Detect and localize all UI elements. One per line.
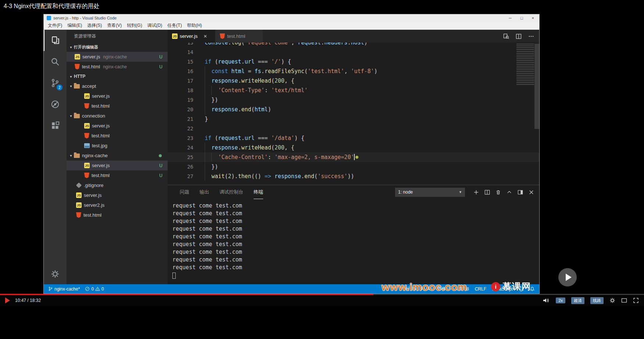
tree-file[interactable]: JSserver.js xyxy=(67,121,168,131)
indent-guide xyxy=(205,95,205,105)
git-branch-status[interactable]: nginx-cache* xyxy=(48,286,80,292)
workspace-label: HTTP xyxy=(74,74,85,79)
tree-file[interactable]: test.html xyxy=(67,101,168,111)
workspace-header[interactable]: ▾ HTTP xyxy=(67,72,168,81)
panel-tab[interactable]: 终端 xyxy=(254,185,263,199)
menu-item[interactable]: 编辑(E) xyxy=(65,22,85,29)
code-line: 25 'Cache-Control': 'max-age=2, s-maxage… xyxy=(168,152,539,162)
open-editors-header[interactable]: ▾ 打开的编辑器 xyxy=(67,43,168,52)
speed-button[interactable]: 2x xyxy=(556,297,565,303)
terminal-output[interactable]: request come test.comrequest come test.c… xyxy=(168,199,539,279)
file-name: test.html xyxy=(92,103,110,109)
tree-file[interactable]: .gitignore xyxy=(67,180,168,190)
panel-layout-icon[interactable] xyxy=(518,190,523,195)
tree-folder[interactable]: ▾nginx-cache xyxy=(67,151,168,161)
tree-folder[interactable]: ▾connection xyxy=(67,111,168,121)
file-name: test.html xyxy=(92,133,110,138)
open-editors-label: 打开的编辑器 xyxy=(74,44,98,50)
vscode-titlebar[interactable]: server.js - http - Visual Studio Code ─ … xyxy=(44,14,539,22)
menu-item[interactable]: 查看(V) xyxy=(104,22,124,29)
volume-icon[interactable] xyxy=(543,297,550,303)
bottom-panel: 问题输出调试控制台终端 1: node ▼ request xyxy=(168,185,539,284)
tree-folder[interactable]: ▾accept xyxy=(67,81,168,91)
menu-item[interactable]: 选择(S) xyxy=(85,22,104,29)
source-control-icon[interactable]: 2 xyxy=(44,72,67,94)
kill-terminal-icon[interactable] xyxy=(495,190,501,195)
menu-item[interactable]: 任务(T) xyxy=(165,22,184,29)
activity-bar: 2 xyxy=(44,30,67,284)
editor-group: JSserver.js✕test.html 13 console.log('re… xyxy=(168,30,539,284)
tree-file[interactable]: JSserver.js xyxy=(67,190,168,200)
code-text: const html = fs.readFileSync('test.html'… xyxy=(198,68,378,75)
floating-play-button[interactable] xyxy=(558,268,577,286)
maximize-panel-icon[interactable] xyxy=(507,190,512,195)
code-line: 24 response.writeHead(200, { xyxy=(168,143,539,152)
menu-item[interactable]: 文件(F) xyxy=(45,22,65,29)
explorer-icon[interactable] xyxy=(44,30,67,51)
indent-guide xyxy=(211,152,212,162)
imooc-brand-text: 慕课网 xyxy=(502,281,531,292)
line-number: 14 xyxy=(168,47,193,57)
theater-mode-icon[interactable] xyxy=(621,297,627,303)
panel-tab[interactable]: 调试控制台 xyxy=(219,185,243,199)
terminal-line: request come test.com xyxy=(172,225,539,233)
vscode-logo-icon xyxy=(47,16,51,20)
more-actions-icon[interactable] xyxy=(528,33,534,39)
fullscreen-icon[interactable] xyxy=(633,297,639,303)
tree-file[interactable]: test.htmlU xyxy=(67,170,168,180)
folder-icon xyxy=(74,84,80,89)
extensions-icon[interactable] xyxy=(44,115,67,136)
open-editor-item[interactable]: test.htmlnginx-cacheU xyxy=(67,62,168,72)
editor-scrollbar[interactable] xyxy=(534,44,539,129)
line-number: 17 xyxy=(168,76,193,86)
tree-file[interactable]: test.jpg xyxy=(67,141,168,151)
folder-icon xyxy=(74,114,80,118)
tree-file[interactable]: JSserver.jsU xyxy=(67,161,168,170)
code-editor[interactable]: 13 console.log('request come', request.h… xyxy=(168,43,539,185)
tree-file[interactable]: JSserver.js xyxy=(67,91,168,101)
code-line: 15 if (request.url === '/') { xyxy=(168,57,539,66)
git-status-badge: U xyxy=(159,64,162,69)
menu-item[interactable]: 调试(D) xyxy=(145,22,165,29)
problems-status[interactable]: 0 0 xyxy=(85,286,104,292)
tree-file[interactable]: JSserver2.js xyxy=(67,200,168,210)
settings-gear-icon[interactable] xyxy=(51,270,60,280)
tree-file[interactable]: test.html xyxy=(67,131,168,141)
split-editor-icon[interactable] xyxy=(516,33,522,39)
debug-icon[interactable] xyxy=(44,94,67,115)
editor-tab-server.js[interactable]: JSserver.js✕ xyxy=(168,30,215,43)
close-panel-icon[interactable] xyxy=(529,190,534,195)
quality-button[interactable]: 超清 xyxy=(571,297,584,304)
chevron-down-icon: ▾ xyxy=(68,75,74,79)
terminal-select[interactable]: 1: node ▼ xyxy=(395,188,465,197)
search-icon[interactable] xyxy=(44,51,67,72)
video-title: 4-3 Nginx代理配置和代理缓存的用处 xyxy=(4,3,99,10)
file-name: .gitignore xyxy=(84,183,103,188)
new-terminal-icon[interactable] xyxy=(473,190,479,195)
split-terminal-icon[interactable] xyxy=(484,190,490,195)
panel-tab[interactable]: 问题 xyxy=(180,185,189,199)
menu-item[interactable]: 转到(G) xyxy=(124,22,144,29)
menu-item[interactable]: 帮助(H) xyxy=(185,22,205,29)
editor-tab-test.html[interactable]: test.html xyxy=(215,30,263,43)
code-text: if (request.url === '/data') { xyxy=(198,135,304,141)
open-preview-icon[interactable] xyxy=(503,33,509,39)
status-item[interactable]: CRLF xyxy=(475,286,486,292)
close-tab-icon[interactable]: ✕ xyxy=(203,34,207,39)
file-name: test.html xyxy=(82,64,100,69)
player-settings-gear-icon[interactable] xyxy=(609,297,615,303)
play-button[interactable] xyxy=(5,297,10,303)
line-button[interactable]: 线路 xyxy=(590,297,604,304)
open-editor-item[interactable]: JSserver.jsnginx-cacheU xyxy=(67,52,168,62)
maximize-button[interactable]: □ xyxy=(520,16,523,20)
minimap[interactable] xyxy=(516,44,534,85)
file-name: server.js xyxy=(92,163,110,168)
panel-tab[interactable]: 输出 xyxy=(200,185,209,199)
js-file-icon: JS xyxy=(75,54,80,59)
js-file-icon: JS xyxy=(76,202,82,208)
terminal-line: request come test.com xyxy=(172,264,539,271)
minimize-button[interactable]: ─ xyxy=(509,16,512,20)
close-button[interactable]: × xyxy=(532,16,534,20)
code-line: 20 response.end(html) xyxy=(168,105,539,114)
tree-file[interactable]: test.html xyxy=(67,210,168,220)
